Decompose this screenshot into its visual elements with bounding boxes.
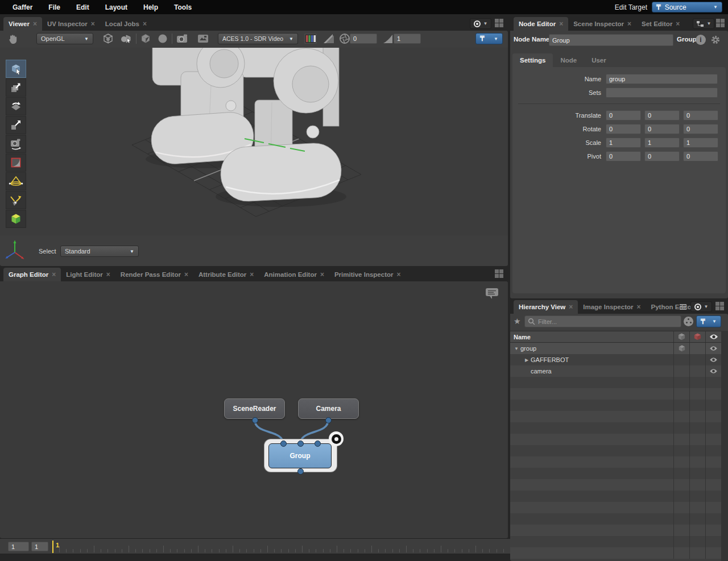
filter-input-wrap[interactable] bbox=[524, 315, 681, 327]
translate-tool-button[interactable] bbox=[6, 78, 26, 97]
group-input-port-1[interactable] bbox=[297, 441, 304, 447]
info-icon[interactable]: i bbox=[696, 35, 706, 45]
pivot-y-input[interactable] bbox=[644, 151, 680, 161]
scale-tool-button[interactable] bbox=[6, 116, 26, 134]
node-name-input[interactable] bbox=[549, 34, 673, 46]
hierarchy-scrollbar[interactable] bbox=[721, 331, 728, 561]
shaded-objects-icon[interactable] bbox=[120, 33, 133, 44]
channels-icon[interactable] bbox=[304, 33, 317, 44]
close-icon[interactable]: × bbox=[627, 20, 631, 28]
exclusions-cell[interactable] bbox=[689, 354, 705, 365]
close-icon[interactable]: × bbox=[559, 20, 563, 28]
tab-hierarchy-view[interactable]: Hierarchy View × bbox=[514, 300, 578, 314]
visibility-cell[interactable] bbox=[705, 365, 721, 377]
close-icon[interactable]: × bbox=[52, 271, 56, 279]
tree-expand-icon[interactable]: ▼ bbox=[512, 346, 520, 351]
close-icon[interactable]: × bbox=[636, 303, 640, 311]
wireframe-cube-icon[interactable] bbox=[140, 33, 151, 44]
node-camera[interactable]: Camera bbox=[298, 398, 359, 419]
scale-z-input[interactable] bbox=[683, 138, 718, 148]
tab-animation-editor[interactable]: Animation Editor × bbox=[259, 268, 329, 281]
scale-y-input[interactable] bbox=[644, 138, 680, 148]
tab-set-editor[interactable]: Set Editor × bbox=[636, 17, 685, 31]
renderer-dropdown[interactable]: OpenGL ▼ bbox=[36, 33, 93, 44]
translate-x-input[interactable] bbox=[606, 110, 641, 120]
node-group[interactable]: Group bbox=[268, 443, 332, 468]
layout-grid-icon[interactable] bbox=[495, 19, 504, 28]
subtab-node[interactable]: Node bbox=[553, 53, 584, 67]
pivot-z-input[interactable] bbox=[683, 151, 718, 161]
sets-field-input[interactable] bbox=[606, 88, 718, 98]
color-dots-icon[interactable] bbox=[684, 317, 693, 326]
translate-z-input[interactable] bbox=[683, 110, 718, 120]
visualiser-tool-button[interactable] bbox=[6, 210, 26, 228]
rotate-x-input[interactable] bbox=[606, 124, 641, 134]
exclusions-cell[interactable] bbox=[689, 343, 705, 354]
pan-hand-icon[interactable] bbox=[7, 34, 19, 45]
menu-tools[interactable]: Tools bbox=[167, 3, 198, 11]
inclusions-cell[interactable] bbox=[673, 343, 689, 354]
group-input-port-0[interactable] bbox=[280, 441, 287, 447]
exposure-icon[interactable] bbox=[322, 33, 335, 44]
tab-scene-inspector[interactable]: Scene Inspector × bbox=[568, 17, 636, 31]
hierarchy-row-group[interactable]: ▼ group bbox=[510, 343, 721, 354]
close-icon[interactable]: × bbox=[569, 303, 573, 311]
visibility-cell[interactable] bbox=[705, 343, 721, 354]
hierarchy-row-gafferbot[interactable]: ▶ GAFFERBOT bbox=[510, 354, 721, 365]
render-view-icon[interactable] bbox=[197, 33, 209, 44]
tab-render-pass-editor[interactable]: Render Pass Editor × bbox=[115, 268, 193, 281]
inclusions-cell[interactable] bbox=[673, 365, 689, 377]
translate-y-input[interactable] bbox=[644, 110, 680, 120]
camera-output-port[interactable] bbox=[325, 417, 332, 423]
tree-collapse-icon[interactable]: ▶ bbox=[523, 358, 531, 363]
light-tool-button[interactable] bbox=[6, 172, 26, 190]
exclusions-column-header[interactable] bbox=[689, 331, 705, 342]
tab-viewer[interactable]: Viewer × bbox=[3, 17, 42, 31]
visibility-column-header[interactable] bbox=[705, 331, 721, 342]
close-icon[interactable]: × bbox=[33, 20, 37, 28]
layout-grid-icon[interactable] bbox=[716, 19, 725, 28]
inclusions-cell[interactable] bbox=[673, 354, 689, 365]
select-tool-button[interactable] bbox=[6, 60, 26, 78]
rotate-z-input[interactable] bbox=[683, 124, 718, 134]
scale-x-input[interactable] bbox=[606, 138, 641, 148]
inclusions-column-header[interactable] bbox=[673, 331, 689, 342]
tab-uv-inspector[interactable]: UV Inspector × bbox=[42, 17, 100, 31]
layout-grid-icon[interactable] bbox=[495, 269, 504, 279]
bounding-box-icon[interactable] bbox=[102, 33, 114, 44]
viewer-edit-scope-dropdown[interactable]: ₸ ▼ bbox=[475, 33, 503, 44]
name-field-input[interactable] bbox=[606, 74, 718, 84]
gear-icon[interactable] bbox=[710, 35, 721, 45]
node-editor-follow-menu[interactable]: ▼ bbox=[693, 18, 714, 29]
menu-layout[interactable]: Layout bbox=[98, 3, 134, 11]
close-icon[interactable]: × bbox=[143, 20, 147, 28]
tab-local-jobs[interactable]: Local Jobs × bbox=[100, 17, 152, 31]
light-position-tool-button[interactable] bbox=[6, 191, 26, 209]
shading-sphere-icon[interactable] bbox=[157, 33, 168, 44]
group-output-port[interactable] bbox=[297, 468, 304, 475]
exposure-input[interactable] bbox=[350, 34, 377, 44]
focus-icon[interactable] bbox=[329, 431, 344, 446]
rotate-y-input[interactable] bbox=[644, 124, 680, 134]
tab-image-inspector[interactable]: Image Inspector × bbox=[578, 300, 646, 314]
close-icon[interactable]: × bbox=[106, 271, 110, 279]
display-transform-dropdown[interactable]: ACES 1.0 - SDR Video ▼ bbox=[218, 33, 298, 44]
close-icon[interactable]: × bbox=[396, 271, 400, 279]
hierarchy-row-camera[interactable]: • camera bbox=[510, 365, 721, 377]
rotate-tool-button[interactable] bbox=[6, 97, 26, 115]
menu-gaffer[interactable]: Gaffer bbox=[6, 3, 39, 11]
filter-input[interactable] bbox=[538, 318, 663, 325]
subtab-settings[interactable]: Settings bbox=[512, 53, 553, 67]
node-scenereader[interactable]: SceneReader bbox=[224, 398, 285, 419]
viewport-3d[interactable] bbox=[0, 48, 508, 235]
exclusions-cell[interactable] bbox=[689, 365, 705, 377]
hierarchy-focus-menu[interactable]: ▼ bbox=[690, 301, 712, 312]
menu-edit[interactable]: Edit bbox=[69, 3, 96, 11]
list-menu-icon[interactable] bbox=[679, 304, 687, 310]
gamma-icon[interactable] bbox=[382, 33, 394, 44]
menu-file[interactable]: File bbox=[42, 3, 67, 11]
tab-node-editor[interactable]: Node Editor × bbox=[514, 17, 568, 31]
gamma-input[interactable] bbox=[394, 34, 421, 44]
close-icon[interactable]: × bbox=[184, 271, 188, 279]
close-icon[interactable]: × bbox=[676, 20, 680, 28]
